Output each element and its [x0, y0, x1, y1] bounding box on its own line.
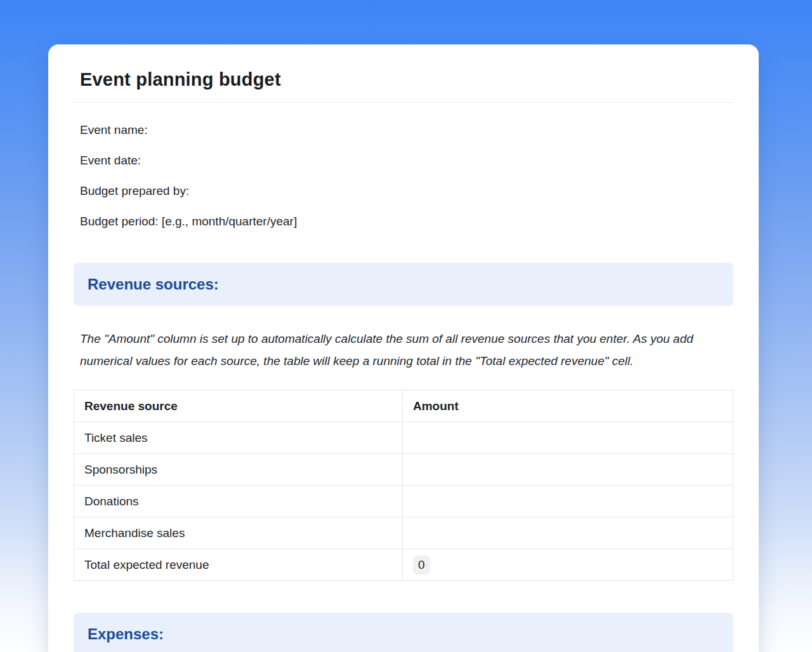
- revenue-sources-banner: Revenue sources:: [74, 263, 733, 306]
- table-row: Donations: [74, 486, 733, 517]
- event-name-label: Event name:: [80, 123, 733, 137]
- budget-period-label: Budget period: [e.g., month/quarter/year…: [80, 215, 733, 229]
- event-info-block: Event name: Event date: Budget prepared …: [80, 123, 733, 229]
- budget-prepared-by-label: Budget prepared by:: [80, 184, 733, 198]
- revenue-source-cell: Merchandise sales: [74, 517, 403, 549]
- table-row: Merchandise sales: [74, 517, 733, 549]
- document-card: Event planning budget Event name: Event …: [48, 44, 759, 652]
- table-row: Sponsorships: [74, 454, 733, 486]
- revenue-sources-heading: Revenue sources:: [88, 276, 719, 293]
- amount-column-header: Amount: [403, 390, 733, 422]
- total-amount-cell: 0: [403, 549, 733, 581]
- page-title: Event planning budget: [80, 69, 733, 90]
- title-divider: [74, 102, 733, 103]
- amount-cell[interactable]: [403, 422, 733, 454]
- revenue-source-column-header: Revenue source: [74, 390, 403, 422]
- table-header-row: Revenue source Amount: [74, 390, 733, 422]
- total-expected-revenue-label: Total expected revenue: [74, 549, 403, 581]
- expenses-banner: Expenses:: [74, 613, 733, 652]
- total-value-badge: 0: [413, 556, 430, 575]
- revenue-description: The "Amount" column is set up to automat…: [80, 328, 717, 372]
- revenue-source-cell: Sponsorships: [74, 454, 403, 486]
- revenue-table: Revenue source Amount Ticket sales Spons…: [74, 390, 733, 581]
- amount-cell[interactable]: [403, 454, 733, 486]
- amount-cell[interactable]: [403, 517, 733, 549]
- event-date-label: Event date:: [80, 154, 733, 168]
- table-row-total: Total expected revenue 0: [74, 549, 733, 581]
- revenue-source-cell: Donations: [74, 486, 403, 517]
- table-row: Ticket sales: [74, 422, 733, 454]
- expenses-heading: Expenses:: [88, 625, 719, 643]
- revenue-source-cell: Ticket sales: [74, 422, 403, 454]
- amount-cell[interactable]: [403, 486, 733, 517]
